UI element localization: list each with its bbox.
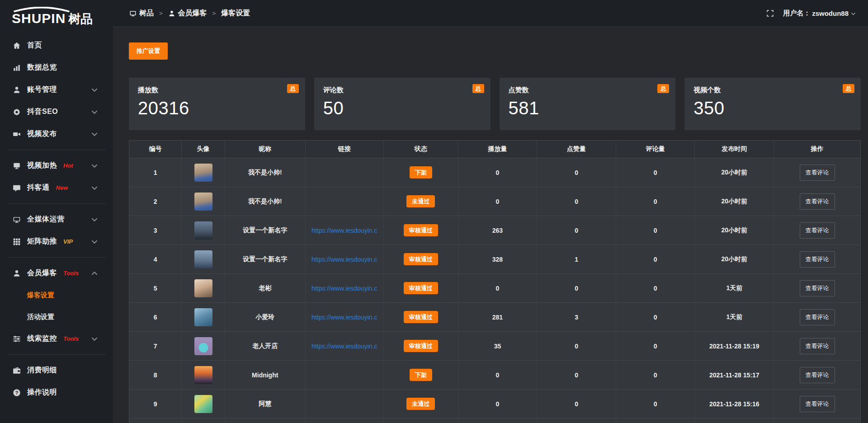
view-comments-button[interactable]: 查看评论 <box>800 396 835 412</box>
cell-avatar <box>182 361 225 389</box>
table-row: 4设置一个新名字https://www.iesdouyin.c审核通过32810… <box>129 244 860 273</box>
sidebar-item-会员爆客[interactable]: 会员爆客Tools <box>0 262 113 284</box>
promotion-settings-button[interactable]: 推广设置 <box>129 42 168 60</box>
sidebar-item-badge: VIP <box>63 238 73 245</box>
sidebar-item-视频加热[interactable]: 视频加热Hot <box>0 155 113 177</box>
video-icon <box>13 130 21 138</box>
stat-card-评论数: 评论数总50 <box>314 78 491 130</box>
cell-action: 查看评论 <box>774 303 860 331</box>
view-comments-button[interactable]: 查看评论 <box>800 193 835 210</box>
total-badge: 总 <box>657 84 669 93</box>
username-label: 用户名： <box>783 9 810 18</box>
column-header-操作: 操作 <box>774 141 860 158</box>
status-badge: 审核通过 <box>404 311 438 323</box>
view-comments-button[interactable]: 查看评论 <box>800 280 835 296</box>
sidebar-subitem-爆客设置[interactable]: 爆客设置 <box>0 284 113 306</box>
view-comments-button[interactable]: 查看评论 <box>800 251 835 268</box>
sidebar-item-抖客通[interactable]: 抖客通New <box>0 177 113 199</box>
sliders-icon <box>13 335 21 343</box>
stat-card-播放数: 播放数总20316 <box>129 78 305 130</box>
table-row: 6小爱玲https://www.iesdouyin.c审核通过281301天前查… <box>129 302 860 331</box>
sidebar-item-label: 线索监控 <box>27 334 57 343</box>
cell-time: 2021-11-28 15:19 <box>695 332 774 360</box>
view-comments-button[interactable]: 查看评论 <box>800 338 835 354</box>
chevron-down-icon <box>90 130 99 138</box>
video-link[interactable]: https://www.iesdouyin.c <box>309 227 380 234</box>
view-comments-button[interactable]: 查看评论 <box>800 222 835 239</box>
sidebar-item-label: 数据总览 <box>27 63 57 72</box>
breadcrumb-item[interactable]: 爆客设置 <box>221 9 250 18</box>
sidebar: SHUPIN 树品 首页数据总览账号管理抖音SEO视频发布视频加热Hot抖客通N… <box>0 0 113 423</box>
cell-action: 查看评论 <box>774 216 860 244</box>
breadcrumb: 树品>会员爆客>爆客设置 <box>129 9 250 18</box>
cell-comments <box>616 418 695 423</box>
cell-likes: 0 <box>537 158 616 187</box>
sidebar-item-label: 消费明细 <box>27 366 57 375</box>
total-badge: 总 <box>287 84 299 93</box>
cell-likes: 0 <box>537 187 616 216</box>
sidebar-item-矩阵助推[interactable]: 矩阵助推VIP <box>0 230 113 253</box>
logo-text-en: SHUPIN <box>12 12 66 25</box>
bar-chart-icon <box>13 64 21 72</box>
breadcrumb-separator: > <box>212 10 217 17</box>
cell-plays: 328 <box>458 245 538 273</box>
sidebar-item-badge: New <box>56 184 68 191</box>
status-badge: 审核通过 <box>404 282 438 294</box>
cell-time: 1天前 <box>695 303 774 331</box>
sidebar-item-label: 抖客通 <box>27 183 50 193</box>
stat-card-value: 350 <box>693 98 854 118</box>
sidebar-nav: 首页数据总览账号管理抖音SEO视频发布视频加热Hot抖客通New全媒体运营矩阵助… <box>0 28 113 404</box>
help-icon: ? <box>13 389 21 397</box>
sidebar-item-账号管理[interactable]: 账号管理 <box>0 79 113 101</box>
sidebar-item-操作说明[interactable]: ?操作说明 <box>0 381 113 404</box>
avatar <box>194 395 212 413</box>
cell-id: 9 <box>129 390 182 418</box>
cell-nickname: 小爱玲 <box>225 303 306 331</box>
comment-icon <box>13 184 21 192</box>
stat-card-label: 评论数 <box>323 86 483 94</box>
cell-id: 4 <box>129 245 182 273</box>
breadcrumb-item[interactable]: 树品 <box>129 9 154 18</box>
sidebar-subitem-活动设置[interactable]: 活动设置 <box>0 306 113 328</box>
home-icon <box>13 42 21 50</box>
table-row: 7老人开店https://www.iesdouyin.c审核通过35002021… <box>129 331 860 360</box>
cell-status: 下架 <box>384 158 458 187</box>
cell-nickname: 阿慧 <box>225 390 306 418</box>
table-row: 2我不是小帅!未通过00020小时前查看评论 <box>129 187 860 216</box>
cell-avatar <box>182 390 225 418</box>
cell-time: 2021-11-28 15:17 <box>695 361 774 389</box>
brand-logo[interactable]: SHUPIN 树品 <box>0 0 113 28</box>
view-comments-button[interactable]: 查看评论 <box>800 367 835 383</box>
user-menu[interactable]: 用户名：zswodun88 <box>783 9 856 18</box>
table-row: 9阿慧未通过0002021-11-28 15:16查看评论 <box>129 389 860 418</box>
video-link[interactable]: https://www.iesdouyin.c <box>309 256 380 263</box>
column-header-头像: 头像 <box>182 141 225 158</box>
breadcrumb-label: 爆客设置 <box>221 9 250 18</box>
cell-status <box>384 418 458 423</box>
cell-likes: 3 <box>537 303 616 331</box>
sidebar-item-消费明细[interactable]: 消费明细 <box>0 359 113 381</box>
sidebar-item-线索监控[interactable]: 线索监控Tools <box>0 328 113 350</box>
cell-action: 查看评论 <box>774 187 860 216</box>
video-link[interactable]: https://www.iesdouyin.c <box>309 285 380 292</box>
sidebar-item-首页[interactable]: 首页 <box>0 34 113 56</box>
breadcrumb-item[interactable]: 会员爆客 <box>168 9 207 18</box>
sidebar-item-badge: Hot <box>63 162 73 169</box>
video-link[interactable]: https://www.iesdouyin.c <box>309 343 380 350</box>
cell-plays: 0 <box>458 274 538 302</box>
chevron-down-icon <box>90 335 99 343</box>
view-comments-button[interactable]: 查看评论 <box>800 309 835 325</box>
username: zswodun88 <box>812 9 849 17</box>
view-comments-button[interactable]: 查看评论 <box>800 164 835 181</box>
logo-text-cn: 树品 <box>68 13 93 25</box>
sidebar-item-抖音SEO[interactable]: 抖音SEO <box>0 101 113 123</box>
sidebar-item-全媒体运营[interactable]: 全媒体运营 <box>0 208 113 230</box>
video-link[interactable]: https://www.iesdouyin.c <box>309 314 380 321</box>
cell-avatar <box>182 418 225 423</box>
sidebar-item-badge: Tools <box>63 335 79 342</box>
cell-plays: 0 <box>458 187 538 216</box>
sidebar-item-数据总览[interactable]: 数据总览 <box>0 56 113 79</box>
sidebar-item-视频发布[interactable]: 视频发布 <box>0 123 113 145</box>
fullscreen-icon[interactable] <box>766 9 774 17</box>
cell-link <box>306 158 384 187</box>
